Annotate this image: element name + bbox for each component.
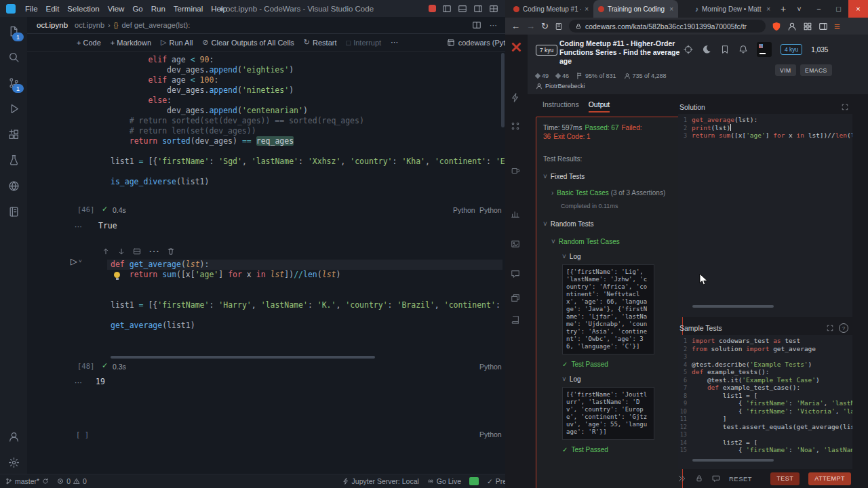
layout-panel-icon[interactable] <box>458 4 467 14</box>
emacs-button[interactable]: EMACS <box>800 64 832 76</box>
browser-tab-2-active[interactable]: Training on Coding M × <box>593 0 678 18</box>
profile-icon[interactable] <box>787 22 797 31</box>
comments-icon[interactable] <box>712 474 720 483</box>
cell-2-code[interactable]: def get_average(lst): return sum([x['age… <box>111 260 505 351</box>
crosshair-icon[interactable] <box>684 45 693 54</box>
extensions-icon[interactable] <box>803 22 812 31</box>
maximize-button[interactable]: □ <box>829 0 848 18</box>
tab-audio-icon[interactable]: ♪ <box>695 5 698 13</box>
cell-more-actions-icon[interactable]: ⋯ <box>149 245 159 258</box>
browser-tab-1[interactable]: Coding Meetup #1 - High × <box>509 0 593 18</box>
random-test-cases[interactable]: ˅Random Test Cases <box>543 237 675 246</box>
user-rank-badge[interactable]: 4 kyu <box>781 44 802 55</box>
attempt-button[interactable]: ATTEMPT <box>808 472 851 485</box>
docs-icon[interactable] <box>511 315 520 327</box>
notification-badge-icon[interactable] <box>429 5 436 12</box>
explorer-icon[interactable]: 1 <box>5 23 22 39</box>
dark-mode-moon-icon[interactable] <box>702 45 711 54</box>
reading-list-icon[interactable] <box>555 22 563 30</box>
close-tab-icon[interactable]: × <box>766 5 770 13</box>
search-icon[interactable] <box>5 49 22 65</box>
bookmark-icon[interactable] <box>720 45 730 54</box>
add-markdown-cell-button[interactable]: + Markdown <box>106 39 156 47</box>
cell-1-language-label[interactable]: Python <box>453 206 475 214</box>
browser-tab-3[interactable]: ♪ Morning Dew • Matt × <box>690 0 775 18</box>
sample-tests-hscrollbar[interactable] <box>692 459 774 462</box>
execute-below-icon[interactable] <box>117 247 125 256</box>
menu-selection[interactable]: Selection <box>63 5 103 13</box>
train-icon[interactable] <box>511 93 520 105</box>
cell-1-code[interactable]: elif age < 90: dev_ages.append('eighties… <box>111 55 505 187</box>
live-server-icon[interactable] <box>469 477 479 485</box>
breadcrumb-symbol[interactable]: def get_average(lst): <box>121 21 190 29</box>
leaderboard-icon[interactable] <box>511 209 520 222</box>
vim-button[interactable]: VIM <box>775 64 796 76</box>
test-button[interactable]: TEST <box>770 472 800 485</box>
menu-file[interactable]: File <box>21 5 42 13</box>
restart-kernel-button[interactable]: ↻Restart <box>299 38 342 47</box>
random-tests-section[interactable]: ˅Random Tests <box>543 220 675 228</box>
codewars-logo-icon[interactable] <box>511 41 522 53</box>
lightbulb-icon[interactable] <box>114 272 120 278</box>
freestyle-icon[interactable] <box>511 121 520 134</box>
go-live-button[interactable]: Go Live <box>427 477 461 485</box>
clear-outputs-button[interactable]: ⊘Clear Outputs of All Cells <box>197 38 299 47</box>
jupyter-server-indicator[interactable]: Jupyter Server: Local <box>342 477 419 485</box>
breadcrumb[interactable]: oct.ipynb › {} def get_average(lst): <box>75 21 190 29</box>
split-editor-icon[interactable] <box>472 20 481 30</box>
tab-output[interactable]: Output <box>589 100 610 113</box>
notebook-icon[interactable] <box>5 203 22 220</box>
close-tab-icon[interactable]: × <box>585 5 589 13</box>
address-bar[interactable]: codewars.com/kata/582ba36cc1901399a70005… <box>569 20 766 33</box>
image-icon[interactable] <box>511 239 520 251</box>
forward-button[interactable]: → <box>526 21 535 31</box>
collections-icon[interactable] <box>511 293 520 306</box>
brave-shield-icon[interactable] <box>772 22 781 31</box>
bell-icon[interactable] <box>738 45 748 54</box>
tab-instructions[interactable]: Instructions <box>542 100 579 113</box>
solution-editor[interactable]: 1get_average(lst):2print(lst)3return sum… <box>678 114 852 317</box>
url-text[interactable]: codewars.com/kata/582ba36cc1901399a70005… <box>585 22 747 30</box>
menu-go[interactable]: Go <box>128 5 146 13</box>
cell-2-language-picker[interactable]: Python <box>479 363 502 371</box>
mug-icon[interactable] <box>511 166 520 178</box>
cell-1-language-picker[interactable]: Python <box>479 206 502 214</box>
accounts-icon[interactable] <box>5 428 22 445</box>
layout-sidebar-right-icon[interactable] <box>473 4 483 14</box>
run-cell-button[interactable]: ▷˅ <box>71 256 82 266</box>
reset-button[interactable]: RESET <box>729 475 752 483</box>
menu-terminal[interactable]: Terminal <box>170 5 207 13</box>
new-tab-button[interactable]: + <box>781 3 786 14</box>
tab-search-icon[interactable]: ˅ <box>789 0 809 18</box>
honor-points[interactable]: 1,035 <box>811 46 828 54</box>
sidebar-icon[interactable] <box>818 22 828 31</box>
log-block-2[interactable]: ˅Log [{'firstName': 'Jouitlurr', 'lastNa… <box>543 375 675 440</box>
expand-icon[interactable] <box>827 325 833 331</box>
vscode-logo-icon[interactable] <box>6 4 16 14</box>
menu-edit[interactable]: Edit <box>42 5 64 13</box>
browser-menu-icon[interactable]: ≡ <box>834 20 840 32</box>
extensions-icon[interactable] <box>5 126 22 142</box>
kata-title[interactable]: Coding Meetup #11 - Higher-Order Functio… <box>559 39 685 66</box>
menu-view[interactable]: View <box>104 5 129 13</box>
execute-above-icon[interactable] <box>102 247 110 256</box>
toolbar-more-icon[interactable]: ⋯ <box>386 38 403 47</box>
cell-1-output-menu-icon[interactable]: ⋯ <box>75 222 83 231</box>
cell-2-hscrollbar[interactable] <box>111 356 375 359</box>
solution-hscrollbar[interactable] <box>692 305 774 308</box>
help-icon[interactable]: ? <box>839 323 848 333</box>
testing-icon[interactable] <box>5 152 22 168</box>
back-button[interactable]: ← <box>511 21 520 31</box>
cell-2-output-menu-icon[interactable]: ⋯ <box>75 378 83 387</box>
close-tab-icon[interactable]: × <box>669 5 673 13</box>
menu-run[interactable]: Run <box>147 5 170 13</box>
breadcrumb-file[interactable]: oct.ipynb <box>75 21 104 29</box>
editor-scrollbar[interactable] <box>501 53 505 127</box>
fixed-tests-section[interactable]: ˅Fixed Tests <box>543 172 675 181</box>
jetbrains-academy-logo[interactable] <box>757 42 772 57</box>
tab-oct-ipynb[interactable]: oct.ipynb <box>27 21 75 29</box>
source-control-icon[interactable]: 1 <box>5 75 22 91</box>
chat-icon[interactable] <box>511 269 520 281</box>
log-block-1[interactable]: ˅Log [{'firstName': 'Lig', 'lastName': '… <box>543 252 675 354</box>
reload-button[interactable]: ↻ <box>541 21 549 31</box>
